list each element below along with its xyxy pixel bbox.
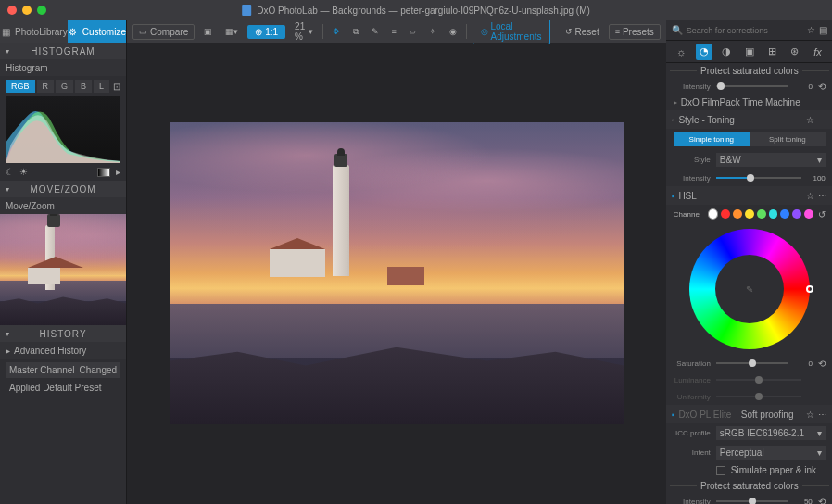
filter-icon[interactable]: ▤: [819, 25, 827, 35]
channel-red[interactable]: [721, 209, 730, 219]
style-toning-header[interactable]: ▫Style - Toning ☆⋯: [666, 110, 832, 129]
histogram-mode-g[interactable]: G: [56, 80, 73, 93]
expand-icon[interactable]: ▸: [116, 167, 120, 177]
collapse-icon: ▾: [6, 185, 10, 194]
crop-icon[interactable]: ⧉: [349, 25, 362, 39]
style-dropdown[interactable]: B&W▾: [716, 153, 826, 167]
tab-customize[interactable]: ⚙ Customize: [68, 20, 126, 43]
right-sidebar: 🔍 ☆ ▤ ☼ ◔ ◑ ▣ ⊞ ⊛ fx Protect saturated c…: [666, 20, 832, 504]
favorite-icon[interactable]: ☆: [807, 25, 815, 35]
channel-cyan[interactable]: [769, 209, 778, 219]
icc-label: ICC profile: [674, 429, 711, 437]
eyedropper-icon[interactable]: ✎: [368, 25, 383, 38]
favorite-icon[interactable]: ☆: [806, 410, 814, 420]
repair-icon[interactable]: ✧: [425, 25, 440, 38]
fx-tab-icon[interactable]: fx: [809, 44, 826, 60]
histogram-sub: Histogram: [0, 59, 126, 76]
local-adjustments-button[interactable]: ◎ Local Adjustments: [473, 19, 550, 44]
reset-button[interactable]: ↺ Reset: [561, 25, 603, 39]
navigator-preview[interactable]: [0, 214, 126, 325]
menu-icon[interactable]: ⋯: [818, 115, 827, 125]
histogram-mode-rgb[interactable]: RGB: [6, 80, 35, 93]
light-tab-icon[interactable]: ☼: [673, 44, 689, 60]
close-window-button[interactable]: [7, 6, 17, 15]
monitor-icon[interactable]: ⊡: [113, 82, 120, 92]
reset-channels-icon[interactable]: ↺: [818, 209, 826, 220]
minimize-window-button[interactable]: [22, 6, 32, 15]
movezoom-panel-header[interactable]: ▾ MOVE/ZOOM: [0, 181, 126, 197]
style-intensity-slider[interactable]: [716, 177, 801, 179]
shadow-clip-icon[interactable]: ☾: [6, 167, 14, 177]
reset-icon[interactable]: ⟲: [818, 82, 826, 92]
geometry-tab-icon[interactable]: ▣: [741, 44, 758, 60]
color-tab-icon[interactable]: ◔: [696, 44, 712, 60]
titlebar: DxO PhotoLab — Backgrounds — peter-gargi…: [0, 0, 832, 20]
perspective-icon[interactable]: ▱: [406, 25, 420, 38]
reset-icon[interactable]: ⟲: [818, 497, 826, 505]
fit-ratio-button[interactable]: ⊕ 1:1: [247, 25, 285, 39]
compare-button[interactable]: ▭ Compare: [132, 24, 195, 40]
icc-dropdown[interactable]: sRGB IEC61966-2.1▾: [716, 426, 826, 440]
hsl-color-wheel[interactable]: ✎: [689, 229, 810, 349]
hsl-header[interactable]: ▪HSL ☆⋯: [666, 186, 832, 205]
histogram-mode-b[interactable]: B: [75, 80, 92, 93]
sliders-icon: ⚙: [68, 26, 79, 37]
history-panel-header[interactable]: ▾ HISTORY: [0, 325, 126, 342]
softproof-intensity-slider[interactable]: [716, 500, 788, 502]
filmpack-item[interactable]: ▸ DxO FilmPack Time Machine: [666, 94, 832, 110]
tone-gradient: [97, 168, 110, 177]
center-area: ▭ Compare ▣ ▦▾ ⊕ 1:1 21 % ▾ ✥ ⧉ ✎ ≡ ▱ ✧ …: [127, 20, 666, 504]
simulate-checkbox[interactable]: [716, 466, 725, 475]
hand-tool-icon[interactable]: ✥: [329, 25, 344, 38]
wheel-handle[interactable]: [806, 285, 813, 293]
presets-button[interactable]: ≡ Presets: [609, 24, 661, 40]
channel-master[interactable]: [708, 208, 719, 220]
image-canvas[interactable]: [127, 43, 666, 504]
histogram-mode-r[interactable]: R: [37, 80, 55, 93]
horizon-icon[interactable]: ≡: [388, 25, 400, 38]
detail-tab-icon[interactable]: ◑: [718, 44, 735, 60]
intensity-label: Intensity: [674, 82, 711, 91]
intent-dropdown[interactable]: Perceptual▾: [716, 446, 826, 460]
uniformity-slider: [716, 396, 801, 397]
channel-magenta[interactable]: [804, 209, 813, 219]
document-icon: [242, 5, 251, 16]
reset-icon[interactable]: ⟲: [818, 359, 826, 369]
softproof-header[interactable]: ▪DxO PL Elite Soft proofing ☆⋯: [666, 405, 832, 423]
tab-photolibrary[interactable]: ▦ PhotoLibrary: [0, 20, 68, 43]
main-toolbar: ▭ Compare ▣ ▦▾ ⊕ 1:1 21 % ▾ ✥ ⧉ ✎ ≡ ▱ ✧ …: [127, 20, 666, 43]
channel-orange[interactable]: [733, 209, 742, 219]
eyedropper-icon[interactable]: ✎: [746, 284, 753, 295]
menu-icon[interactable]: ⋯: [818, 191, 827, 201]
view-grid-icon[interactable]: ▦▾: [221, 25, 242, 38]
redeye-icon[interactable]: ◉: [446, 25, 460, 38]
zoom-window-button[interactable]: [37, 6, 46, 15]
channel-label: Channel: [674, 210, 701, 219]
split-toning-tab[interactable]: Split toning: [750, 132, 826, 146]
highlight-clip-icon[interactable]: ☀: [19, 167, 28, 177]
history-item[interactable]: Master Channel Changed: [6, 362, 120, 378]
window-title: DxO PhotoLab — Backgrounds — peter-gargi…: [242, 5, 590, 16]
protect-saturated-header: Protect saturated colors: [666, 63, 832, 78]
histogram-mode-l[interactable]: L: [94, 80, 109, 93]
local-tab-icon[interactable]: ⊞: [763, 44, 780, 60]
favorite-icon[interactable]: ☆: [806, 191, 814, 201]
history-item[interactable]: Applied Default Preset: [6, 380, 120, 396]
channel-green[interactable]: [757, 209, 766, 219]
channel-yellow[interactable]: [745, 209, 754, 219]
channel-blue[interactable]: [780, 209, 789, 219]
zoom-dropdown[interactable]: 21 % ▾: [291, 19, 317, 44]
watermark-tab-icon[interactable]: ⊛: [787, 44, 803, 60]
channel-purple[interactable]: [792, 209, 801, 219]
search-input[interactable]: [687, 26, 803, 35]
saturation-slider[interactable]: [716, 362, 788, 364]
intensity-label: Intensity: [674, 498, 711, 505]
histogram-panel-header[interactable]: ▾ HISTOGRAM: [0, 43, 126, 59]
crop-tool-icon[interactable]: ▣: [200, 25, 216, 38]
menu-icon[interactable]: ⋯: [818, 410, 827, 420]
search-bar: 🔍 ☆ ▤: [666, 20, 832, 41]
intensity-slider[interactable]: [716, 85, 788, 87]
luminance-label: Luminance: [674, 376, 711, 384]
simple-toning-tab[interactable]: Simple toning: [674, 132, 750, 146]
favorite-icon[interactable]: ☆: [806, 115, 814, 125]
